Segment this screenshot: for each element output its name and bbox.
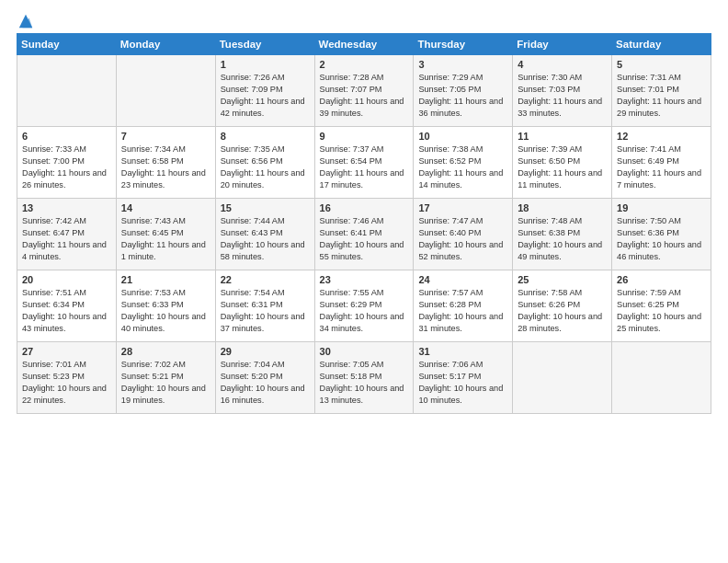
day-header-friday: Friday bbox=[513, 34, 612, 55]
logo-text bbox=[17, 13, 34, 29]
week-row-3: 13Sunrise: 7:42 AM Sunset: 6:47 PM Dayli… bbox=[17, 199, 711, 270]
cell-info: Sunrise: 7:44 AM Sunset: 6:43 PM Dayligh… bbox=[221, 215, 310, 263]
calendar-cell: 15Sunrise: 7:44 AM Sunset: 6:43 PM Dayli… bbox=[215, 199, 314, 270]
calendar-cell: 3Sunrise: 7:29 AM Sunset: 7:05 PM Daylig… bbox=[414, 55, 513, 127]
day-number: 23 bbox=[320, 274, 409, 285]
week-row-4: 20Sunrise: 7:51 AM Sunset: 6:34 PM Dayli… bbox=[17, 270, 711, 342]
day-header-thursday: Thursday bbox=[414, 34, 513, 55]
day-number: 18 bbox=[518, 202, 607, 213]
day-number: 10 bbox=[418, 131, 507, 142]
logo bbox=[17, 13, 34, 26]
day-number: 4 bbox=[518, 59, 607, 70]
calendar-cell: 18Sunrise: 7:48 AM Sunset: 6:38 PM Dayli… bbox=[513, 199, 612, 270]
page: SundayMondayTuesdayWednesdayThursdayFrid… bbox=[0, 0, 728, 563]
day-number: 17 bbox=[418, 202, 507, 213]
day-number: 9 bbox=[320, 131, 409, 142]
calendar-cell: 12Sunrise: 7:41 AM Sunset: 6:49 PM Dayli… bbox=[612, 127, 711, 199]
cell-info: Sunrise: 7:01 AM Sunset: 5:23 PM Dayligh… bbox=[22, 359, 111, 407]
calendar-cell: 5Sunrise: 7:31 AM Sunset: 7:01 PM Daylig… bbox=[612, 55, 711, 127]
day-header-monday: Monday bbox=[116, 34, 215, 55]
day-number: 6 bbox=[22, 131, 111, 142]
cell-info: Sunrise: 7:41 AM Sunset: 6:49 PM Dayligh… bbox=[617, 144, 706, 191]
day-number: 31 bbox=[418, 346, 507, 357]
calendar-cell: 14Sunrise: 7:43 AM Sunset: 6:45 PM Dayli… bbox=[116, 199, 215, 270]
week-row-1: 1Sunrise: 7:26 AM Sunset: 7:09 PM Daylig… bbox=[17, 55, 711, 127]
cell-info: Sunrise: 7:55 AM Sunset: 6:29 PM Dayligh… bbox=[320, 287, 409, 335]
day-number: 8 bbox=[221, 131, 310, 142]
day-number: 14 bbox=[121, 202, 210, 213]
calendar-cell: 10Sunrise: 7:38 AM Sunset: 6:52 PM Dayli… bbox=[414, 127, 513, 199]
calendar-cell: 8Sunrise: 7:35 AM Sunset: 6:56 PM Daylig… bbox=[215, 127, 314, 199]
cell-info: Sunrise: 7:39 AM Sunset: 6:50 PM Dayligh… bbox=[518, 144, 607, 191]
day-number: 25 bbox=[518, 274, 607, 285]
cell-info: Sunrise: 7:50 AM Sunset: 6:36 PM Dayligh… bbox=[617, 215, 706, 263]
cell-info: Sunrise: 7:53 AM Sunset: 6:33 PM Dayligh… bbox=[121, 287, 210, 335]
day-number: 7 bbox=[121, 131, 210, 142]
cell-info: Sunrise: 7:54 AM Sunset: 6:31 PM Dayligh… bbox=[221, 287, 310, 335]
cell-info: Sunrise: 7:05 AM Sunset: 5:18 PM Dayligh… bbox=[320, 359, 409, 407]
calendar-cell: 1Sunrise: 7:26 AM Sunset: 7:09 PM Daylig… bbox=[215, 55, 314, 127]
cell-info: Sunrise: 7:37 AM Sunset: 6:54 PM Dayligh… bbox=[320, 144, 409, 191]
day-number: 5 bbox=[617, 59, 706, 70]
cell-info: Sunrise: 7:26 AM Sunset: 7:09 PM Dayligh… bbox=[221, 72, 310, 120]
cell-info: Sunrise: 7:46 AM Sunset: 6:41 PM Dayligh… bbox=[320, 215, 409, 263]
calendar-cell: 19Sunrise: 7:50 AM Sunset: 6:36 PM Dayli… bbox=[612, 199, 711, 270]
calendar-cell: 22Sunrise: 7:54 AM Sunset: 6:31 PM Dayli… bbox=[215, 270, 314, 342]
day-number: 1 bbox=[221, 59, 310, 70]
calendar-cell: 31Sunrise: 7:06 AM Sunset: 5:17 PM Dayli… bbox=[414, 342, 513, 414]
cell-info: Sunrise: 7:04 AM Sunset: 5:20 PM Dayligh… bbox=[221, 359, 310, 407]
calendar-cell: 2Sunrise: 7:28 AM Sunset: 7:07 PM Daylig… bbox=[314, 55, 414, 127]
calendar-cell: 17Sunrise: 7:47 AM Sunset: 6:40 PM Dayli… bbox=[414, 199, 513, 270]
calendar-cell: 4Sunrise: 7:30 AM Sunset: 7:03 PM Daylig… bbox=[513, 55, 612, 127]
day-number: 19 bbox=[617, 202, 706, 213]
calendar-cell: 23Sunrise: 7:55 AM Sunset: 6:29 PM Dayli… bbox=[314, 270, 414, 342]
day-number: 24 bbox=[418, 274, 507, 285]
calendar-cell: 9Sunrise: 7:37 AM Sunset: 6:54 PM Daylig… bbox=[314, 127, 414, 199]
calendar-cell: 26Sunrise: 7:59 AM Sunset: 6:25 PM Dayli… bbox=[612, 270, 711, 342]
cell-info: Sunrise: 7:28 AM Sunset: 7:07 PM Dayligh… bbox=[320, 72, 409, 120]
day-number: 27 bbox=[22, 346, 111, 357]
cell-info: Sunrise: 7:57 AM Sunset: 6:28 PM Dayligh… bbox=[418, 287, 507, 335]
day-number: 12 bbox=[617, 131, 706, 142]
cell-info: Sunrise: 7:42 AM Sunset: 6:47 PM Dayligh… bbox=[22, 215, 111, 263]
day-number: 22 bbox=[221, 274, 310, 285]
calendar-cell: 30Sunrise: 7:05 AM Sunset: 5:18 PM Dayli… bbox=[314, 342, 414, 414]
day-header-sunday: Sunday bbox=[17, 34, 117, 55]
day-number: 3 bbox=[418, 59, 507, 70]
header-row: SundayMondayTuesdayWednesdayThursdayFrid… bbox=[17, 34, 711, 55]
cell-info: Sunrise: 7:29 AM Sunset: 7:05 PM Dayligh… bbox=[418, 72, 507, 120]
logo-icon bbox=[17, 13, 34, 29]
calendar-cell: 16Sunrise: 7:46 AM Sunset: 6:41 PM Dayli… bbox=[314, 199, 414, 270]
calendar-cell: 24Sunrise: 7:57 AM Sunset: 6:28 PM Dayli… bbox=[414, 270, 513, 342]
calendar-cell: 29Sunrise: 7:04 AM Sunset: 5:20 PM Dayli… bbox=[215, 342, 314, 414]
day-number: 30 bbox=[320, 346, 409, 357]
calendar-cell bbox=[513, 342, 612, 414]
cell-info: Sunrise: 7:59 AM Sunset: 6:25 PM Dayligh… bbox=[617, 287, 706, 335]
day-number: 28 bbox=[121, 346, 210, 357]
calendar-cell: 27Sunrise: 7:01 AM Sunset: 5:23 PM Dayli… bbox=[17, 342, 117, 414]
cell-info: Sunrise: 7:51 AM Sunset: 6:34 PM Dayligh… bbox=[22, 287, 111, 335]
day-number: 2 bbox=[320, 59, 409, 70]
day-number: 16 bbox=[320, 202, 409, 213]
day-header-tuesday: Tuesday bbox=[215, 34, 314, 55]
calendar-cell bbox=[17, 55, 117, 127]
calendar-cell bbox=[116, 55, 215, 127]
calendar-cell: 28Sunrise: 7:02 AM Sunset: 5:21 PM Dayli… bbox=[116, 342, 215, 414]
cell-info: Sunrise: 7:38 AM Sunset: 6:52 PM Dayligh… bbox=[418, 144, 507, 191]
cell-info: Sunrise: 7:35 AM Sunset: 6:56 PM Dayligh… bbox=[221, 144, 310, 191]
cell-info: Sunrise: 7:34 AM Sunset: 6:58 PM Dayligh… bbox=[121, 144, 210, 191]
cell-info: Sunrise: 7:30 AM Sunset: 7:03 PM Dayligh… bbox=[518, 72, 607, 120]
calendar-cell: 7Sunrise: 7:34 AM Sunset: 6:58 PM Daylig… bbox=[116, 127, 215, 199]
cell-info: Sunrise: 7:33 AM Sunset: 7:00 PM Dayligh… bbox=[22, 144, 111, 191]
week-row-2: 6Sunrise: 7:33 AM Sunset: 7:00 PM Daylig… bbox=[17, 127, 711, 199]
calendar-cell bbox=[612, 342, 711, 414]
day-number: 29 bbox=[221, 346, 310, 357]
cell-info: Sunrise: 7:06 AM Sunset: 5:17 PM Dayligh… bbox=[418, 359, 507, 407]
calendar-cell: 25Sunrise: 7:58 AM Sunset: 6:26 PM Dayli… bbox=[513, 270, 612, 342]
day-header-wednesday: Wednesday bbox=[314, 34, 414, 55]
day-header-saturday: Saturday bbox=[612, 34, 711, 55]
calendar-cell: 6Sunrise: 7:33 AM Sunset: 7:00 PM Daylig… bbox=[17, 127, 117, 199]
cell-info: Sunrise: 7:31 AM Sunset: 7:01 PM Dayligh… bbox=[617, 72, 706, 120]
calendar-cell: 13Sunrise: 7:42 AM Sunset: 6:47 PM Dayli… bbox=[17, 199, 117, 270]
week-row-5: 27Sunrise: 7:01 AM Sunset: 5:23 PM Dayli… bbox=[17, 342, 711, 414]
